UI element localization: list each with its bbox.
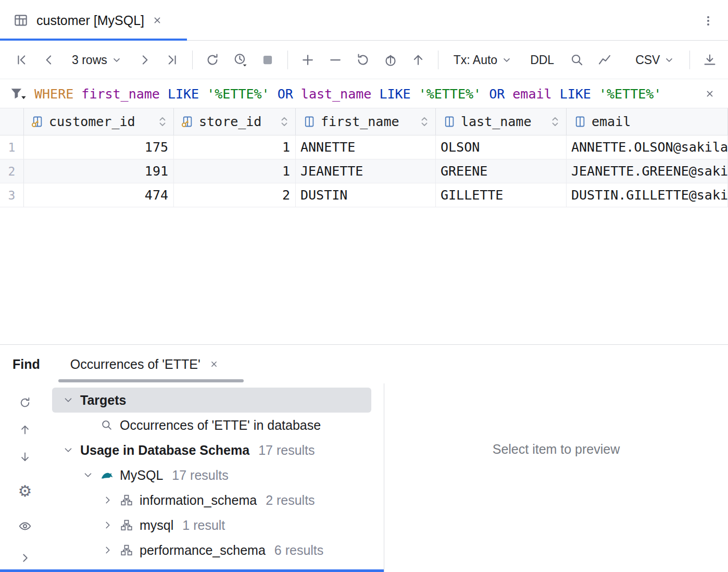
tab-occurrences[interactable]: Occurrences of 'ETTE' <box>70 357 219 372</box>
sort-arrows-icon[interactable] <box>420 115 429 129</box>
cell-customer-id[interactable]: 474 <box>24 183 174 207</box>
row-number[interactable]: 3 <box>0 183 24 207</box>
submit-button[interactable] <box>381 50 400 70</box>
result-count: 17 results <box>172 468 228 483</box>
tree-item-targets[interactable]: Targets <box>52 388 371 413</box>
sql-token-col: first_name <box>81 86 160 102</box>
schema-icon <box>120 493 140 507</box>
column-header-email[interactable]: email <box>567 108 728 135</box>
row-number[interactable]: 1 <box>0 135 24 159</box>
result-count: 2 results <box>266 493 315 508</box>
revert-button[interactable] <box>353 50 373 70</box>
sql-token-col: last_name <box>301 86 371 102</box>
cell-last-name[interactable]: OLSON <box>436 135 567 159</box>
sort-arrows-icon[interactable] <box>550 115 560 129</box>
stop-button[interactable] <box>258 50 278 70</box>
previous-page-button[interactable] <box>39 50 59 70</box>
active-tab-indicator <box>58 379 244 382</box>
toolbar-separator <box>438 51 438 69</box>
column-name: email <box>592 114 631 129</box>
chevron-right-icon[interactable] <box>100 544 120 556</box>
preview-eye-icon[interactable] <box>18 519 32 533</box>
tab-close-icon[interactable] <box>152 15 163 26</box>
export-format-label: CSV <box>635 53 660 67</box>
tree-item-usage-in-database-schema[interactable]: Usage in Database Schema17 results <box>52 438 371 463</box>
settings-gear-icon[interactable]: ⚙ <box>18 484 32 498</box>
ddl-button[interactable]: DDL <box>525 49 559 70</box>
column-header-last-name[interactable]: last_name <box>436 108 567 135</box>
result-count: 6 results <box>274 543 323 558</box>
grid-corner[interactable] <box>0 108 24 135</box>
cell-store-id[interactable]: 1 <box>174 159 296 183</box>
sort-arrows-icon[interactable] <box>280 115 289 129</box>
tab-occurrences-close-icon[interactable] <box>209 359 219 369</box>
preview-pane: Select item to preview <box>384 383 728 572</box>
chevron-right-icon[interactable] <box>100 494 120 506</box>
expand-panel-chevron-icon[interactable] <box>18 551 32 565</box>
table-row[interactable]: 21911JEANETTEGREENEJEANETTE.GREENE@sakil… <box>0 159 728 183</box>
result-grid: customer_id store_id first_name last_nam… <box>0 108 728 207</box>
chevron-down-icon[interactable] <box>60 444 80 456</box>
tree-item-performance-schema[interactable]: performance_schema6 results <box>52 538 371 563</box>
sort-arrows-icon[interactable] <box>158 115 167 129</box>
chevron-down-icon[interactable] <box>80 469 100 481</box>
cell-first-name[interactable]: JEANETTE <box>296 159 436 183</box>
tree-item-occurrences-of-ette-in-database[interactable]: Occurrences of 'ETTE' in database <box>52 413 371 438</box>
cell-store-id[interactable]: 1 <box>174 135 296 159</box>
auto-refresh-clock-button[interactable] <box>230 50 250 70</box>
column-header-store-id[interactable]: store_id <box>174 108 296 135</box>
find-panel-tabs: Find Occurrences of 'ETTE' <box>0 345 728 383</box>
filter-expression[interactable]: WHERE first_name LIKE '%ETTE%' OR last_n… <box>34 86 694 102</box>
chevron-down-icon[interactable] <box>60 394 80 406</box>
page-size-dropdown[interactable]: 3 rows <box>67 49 127 70</box>
next-page-button[interactable] <box>135 50 155 70</box>
filter-close-icon[interactable] <box>701 85 719 103</box>
cell-first-name[interactable]: ANNETTE <box>296 135 436 159</box>
commit-button[interactable] <box>408 50 428 70</box>
previous-occurrence-icon[interactable] <box>18 423 32 437</box>
cell-customer-id[interactable]: 175 <box>24 135 174 159</box>
chart-button[interactable] <box>595 50 614 70</box>
refresh-button[interactable] <box>203 50 222 70</box>
tree-item-information-schema[interactable]: information_schema2 results <box>52 488 371 513</box>
result-count: 17 results <box>258 443 315 458</box>
toolbar-separator <box>689 51 690 69</box>
more-options-icon[interactable] <box>698 10 719 31</box>
cell-last-name[interactable]: GILLETTE <box>436 183 567 207</box>
schema-icon <box>120 543 140 557</box>
export-format-dropdown[interactable]: CSV <box>630 49 680 70</box>
tab-customer-mysql[interactable]: customer [MySQL] <box>0 0 173 41</box>
row-number[interactable]: 2 <box>0 159 24 183</box>
cell-first-name[interactable]: DUSTIN <box>296 183 436 207</box>
tx-mode-dropdown[interactable]: Tx: Auto <box>448 49 517 70</box>
chevron-right-icon[interactable] <box>100 519 120 531</box>
table-grid-icon <box>12 12 29 29</box>
tree-item-mysql[interactable]: mysql1 result <box>52 513 371 538</box>
find-in-grid-button[interactable] <box>567 50 587 70</box>
cell-email[interactable]: ANNETTE.OLSON@sakilacustomer.org <box>567 135 728 159</box>
cell-customer-id[interactable]: 191 <box>24 159 174 183</box>
table-row[interactable]: 34742DUSTINGILLETTEDUSTIN.GILLETTE@sakil… <box>0 183 728 207</box>
column-header-customer-id[interactable]: customer_id <box>24 108 174 135</box>
first-page-button[interactable] <box>11 50 31 70</box>
cell-email[interactable]: JEANETTE.GREENE@sakilacustomer.org <box>567 159 728 183</box>
cell-last-name[interactable]: GREENE <box>436 159 567 183</box>
column-header-first-name[interactable]: first_name <box>296 108 436 135</box>
chevron-down-icon <box>111 55 122 65</box>
rerun-search-icon[interactable] <box>18 396 32 409</box>
tree-item-mysql[interactable]: MySQL17 results <box>52 463 371 488</box>
next-occurrence-icon[interactable] <box>18 450 32 464</box>
editor-tab-bar: customer [MySQL] <box>0 0 728 41</box>
ddl-label: DDL <box>530 53 554 67</box>
delete-row-button[interactable] <box>325 50 345 70</box>
export-download-button[interactable] <box>700 50 720 70</box>
cell-store-id[interactable]: 2 <box>174 183 296 207</box>
add-row-button[interactable] <box>298 50 318 70</box>
cell-email[interactable]: DUSTIN.GILLETTE@sakilacustomer.org <box>567 183 728 207</box>
sql-token-col: email <box>512 86 551 102</box>
sql-token-op: LIKE <box>168 86 199 102</box>
filter-funnel-icon[interactable] <box>9 86 27 102</box>
last-page-button[interactable] <box>162 50 182 70</box>
table-row[interactable]: 11751ANNETTEOLSONANNETTE.OLSON@sakilacus… <box>0 135 728 159</box>
sql-token-str: '%ETTE%' <box>599 86 661 102</box>
